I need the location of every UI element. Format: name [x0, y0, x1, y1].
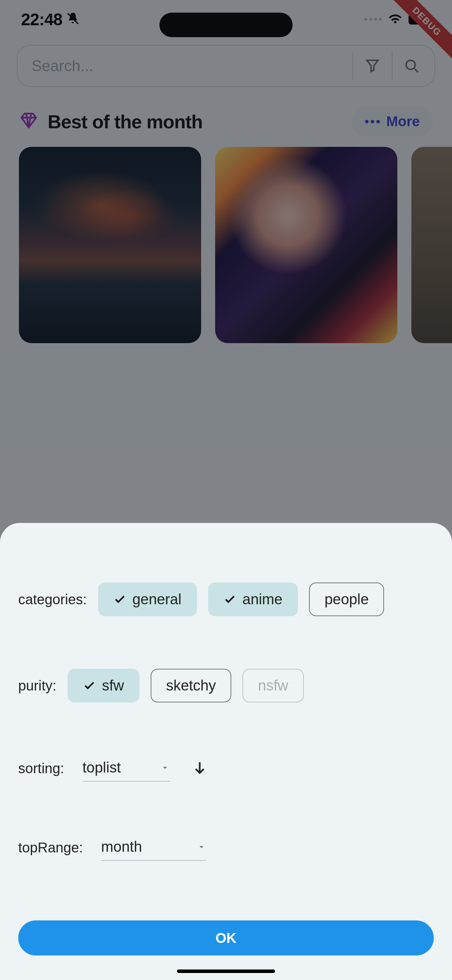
- categories-row: categories: general anime people: [18, 582, 434, 616]
- purity-row: purity: sfw sketchy nsfw: [18, 669, 434, 702]
- chip-label: sfw: [102, 677, 124, 694]
- categories-label: categories:: [18, 592, 87, 608]
- sort-direction-button[interactable]: [192, 759, 208, 777]
- chip-nsfw: nsfw: [242, 669, 304, 702]
- sorting-dropdown[interactable]: toplist: [82, 755, 170, 782]
- chevron-down-icon: [197, 838, 206, 855]
- toprange-dropdown[interactable]: month: [101, 834, 206, 861]
- chip-sketchy[interactable]: sketchy: [151, 669, 231, 702]
- chip-anime[interactable]: anime: [208, 582, 298, 616]
- sorting-label: sorting:: [18, 760, 64, 776]
- chip-label: people: [325, 591, 369, 608]
- home-indicator[interactable]: [177, 969, 275, 973]
- filter-sheet: categories: general anime people purity:…: [0, 523, 452, 980]
- chip-sfw[interactable]: sfw: [68, 669, 140, 702]
- toprange-label: topRange:: [18, 840, 83, 856]
- check-icon: [113, 593, 126, 606]
- dropdown-value: toplist: [82, 759, 121, 776]
- chip-label: anime: [242, 591, 282, 608]
- chip-label: sketchy: [166, 677, 216, 694]
- check-icon: [224, 593, 236, 606]
- toprange-row: topRange: month: [18, 834, 434, 861]
- sorting-row: sorting: toplist: [18, 755, 434, 782]
- chip-general[interactable]: general: [98, 582, 197, 616]
- chevron-down-icon: [160, 759, 170, 776]
- chip-label: general: [132, 591, 181, 608]
- purity-label: purity:: [18, 678, 56, 694]
- dropdown-value: month: [101, 838, 142, 855]
- chip-label: nsfw: [258, 677, 288, 694]
- chip-people[interactable]: people: [309, 582, 384, 616]
- ok-button[interactable]: OK: [18, 920, 434, 956]
- check-icon: [83, 679, 95, 692]
